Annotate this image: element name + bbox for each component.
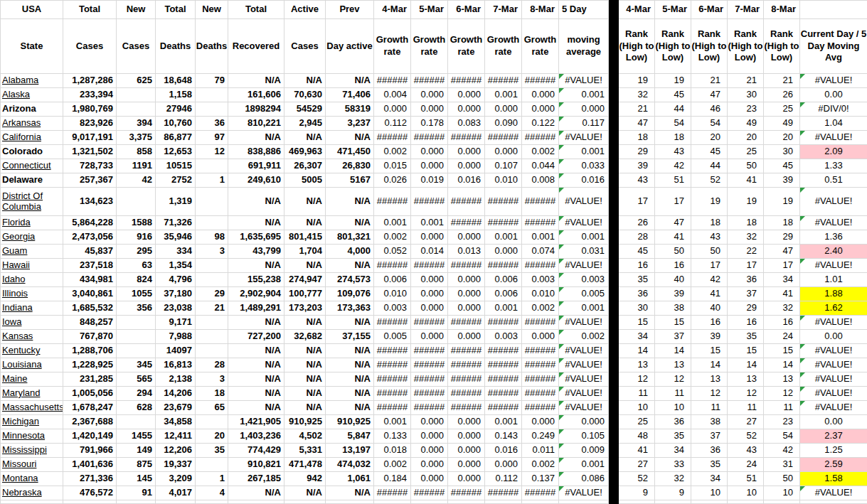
total-deaths-cell: 27946 bbox=[156, 102, 196, 117]
active-cases-cell: N/A bbox=[284, 401, 326, 415]
total-recovered-cell: 1,635,695 bbox=[228, 230, 284, 245]
active-cases-cell: 26,307 bbox=[284, 159, 326, 173]
total-deaths-cell: 3,209 bbox=[156, 472, 196, 486]
total-recovered-cell: N/A bbox=[228, 344, 284, 358]
state-link-cell[interactable]: Montana bbox=[1, 472, 63, 486]
rank-cell: 20 bbox=[728, 131, 764, 145]
error-indicator-icon bbox=[559, 159, 564, 164]
growth-rate-cell: 0.000 bbox=[411, 301, 448, 316]
state-link-cell[interactable]: Louisiana bbox=[1, 358, 63, 372]
state-link-cell[interactable]: District Of Columbia bbox=[1, 188, 63, 216]
total-deaths-cell: 2752 bbox=[156, 173, 196, 188]
growth-rate-cell: ###### bbox=[374, 316, 411, 330]
column-header-top: 7-Mar bbox=[728, 1, 764, 19]
new-deaths-cell: 4 bbox=[196, 486, 228, 500]
empty-cell bbox=[228, 500, 284, 504]
active-cases-cell: N/A bbox=[284, 486, 326, 500]
state-link-cell[interactable]: California bbox=[1, 131, 63, 145]
moving-average-cell: 0.000 bbox=[559, 102, 609, 117]
table-row: Louisiana1,228,92534516,81328N/AN/AN/A##… bbox=[1, 358, 867, 372]
state-link-cell[interactable]: Mississippi bbox=[1, 444, 63, 458]
state-link-cell[interactable]: Idaho bbox=[1, 273, 63, 287]
table-row: California9,017,1913,37586,87797N/AN/AN/… bbox=[1, 131, 867, 145]
column-header: Growth rate bbox=[374, 19, 411, 74]
new-cases-cell: 875 bbox=[117, 458, 156, 472]
column-header: moving average bbox=[559, 19, 609, 74]
error-indicator-icon bbox=[800, 131, 805, 136]
new-cases-cell: 1055 bbox=[117, 287, 156, 301]
growth-rate-cell: ###### bbox=[374, 344, 411, 358]
rank-cell: 39 bbox=[691, 330, 728, 344]
current-vs-avg-cell: #VALUE! bbox=[800, 344, 867, 358]
active-cases-cell: 2,945 bbox=[284, 117, 326, 131]
current-vs-avg-cell: #VALUE! bbox=[800, 216, 867, 230]
moving-average-cell: 0.105 bbox=[559, 429, 609, 444]
growth-rate-cell: 0.002 bbox=[374, 458, 411, 472]
state-link-cell[interactable]: Alaska bbox=[1, 88, 63, 102]
state-link-cell[interactable]: Maryland bbox=[1, 387, 63, 401]
growth-rate-cell: 0.019 bbox=[411, 173, 448, 188]
moving-average-cell: 0.001 bbox=[559, 230, 609, 245]
growth-rate-cell: ###### bbox=[485, 486, 522, 500]
new-deaths-cell: 65 bbox=[196, 401, 228, 415]
rank-cell: 17 bbox=[764, 259, 800, 273]
new-deaths-cell bbox=[196, 344, 228, 358]
state-link-cell[interactable]: Indiana bbox=[1, 301, 63, 316]
growth-rate-cell: 0.002 bbox=[522, 301, 559, 316]
state-link-cell[interactable]: Guam bbox=[1, 245, 63, 259]
state-link-cell[interactable]: Nebraska bbox=[1, 486, 63, 500]
rank-cell: 34 bbox=[655, 444, 691, 458]
growth-rate-cell: ###### bbox=[374, 131, 411, 145]
state-link-cell[interactable]: Arkansas bbox=[1, 117, 63, 131]
state-link-cell[interactable]: Kentucky bbox=[1, 344, 63, 358]
rank-cell: 26 bbox=[619, 216, 655, 230]
growth-rate-cell: ###### bbox=[374, 74, 411, 88]
table-row: Iowa848,2579,171N/AN/AN/A###############… bbox=[1, 316, 867, 330]
state-link-cell[interactable]: Kansas bbox=[1, 330, 63, 344]
column-header: Rank (High to Low) bbox=[728, 19, 764, 74]
covid-state-table: USATotalNewTotalNewTotalActivePrev4-Mar5… bbox=[0, 0, 867, 504]
state-link-cell[interactable]: Illinois bbox=[1, 287, 63, 301]
total-deaths-cell: 86,877 bbox=[156, 131, 196, 145]
active-cases-cell: 469,963 bbox=[284, 145, 326, 159]
rank-cell: 30 bbox=[728, 88, 764, 102]
state-link-cell[interactable]: Alabama bbox=[1, 74, 63, 88]
state-link-cell[interactable]: Iowa bbox=[1, 316, 63, 330]
state-link-cell[interactable]: Missouri bbox=[1, 458, 63, 472]
table-row: Montana271,3361453,2091267,1859421,0610.… bbox=[1, 472, 867, 486]
growth-rate-cell: 0.044 bbox=[522, 159, 559, 173]
prev-day-active-cell: 3,237 bbox=[326, 117, 374, 131]
error-indicator-icon bbox=[800, 188, 805, 193]
error-indicator-icon bbox=[800, 358, 805, 363]
growth-rate-cell: 0.005 bbox=[374, 330, 411, 344]
growth-rate-cell: ###### bbox=[485, 259, 522, 273]
total-recovered-cell: N/A bbox=[228, 259, 284, 273]
growth-rate-cell: 0.002 bbox=[374, 145, 411, 159]
growth-rate-cell: 0.074 bbox=[522, 245, 559, 259]
column-header: Deaths bbox=[196, 19, 228, 74]
growth-rate-cell: ###### bbox=[448, 74, 485, 88]
moving-average-cell: #VALUE! bbox=[559, 259, 609, 273]
state-link-cell[interactable]: Connecticut bbox=[1, 159, 63, 173]
state-link-cell[interactable]: Maine bbox=[1, 372, 63, 387]
state-link-cell[interactable]: Michigan bbox=[1, 415, 63, 429]
growth-rate-cell: 0.000 bbox=[411, 444, 448, 458]
rank-cell: 45 bbox=[655, 88, 691, 102]
new-cases-cell: 858 bbox=[117, 145, 156, 159]
state-link-cell[interactable]: Minnesota bbox=[1, 429, 63, 444]
total-cases-cell: 823,926 bbox=[63, 117, 117, 131]
growth-rate-cell: ###### bbox=[522, 131, 559, 145]
prev-day-active-cell: 173,363 bbox=[326, 301, 374, 316]
prev-day-active-cell: 474,032 bbox=[326, 458, 374, 472]
table-row: Mississippi791,96614912,20635774,4295,33… bbox=[1, 444, 867, 458]
column-header: Cases bbox=[63, 19, 117, 74]
total-deaths-cell: 19,337 bbox=[156, 458, 196, 472]
state-link-cell[interactable]: Hawaii bbox=[1, 259, 63, 273]
prev-day-active-cell: N/A bbox=[326, 216, 374, 230]
state-link-cell[interactable]: Florida bbox=[1, 216, 63, 230]
state-link-cell[interactable]: Georgia bbox=[1, 230, 63, 245]
prev-day-active-cell: 5,847 bbox=[326, 429, 374, 444]
table-row: Maine231,2855652,1383N/AN/AN/A##########… bbox=[1, 372, 867, 387]
state-link-cell[interactable]: Massachusetts bbox=[1, 401, 63, 415]
growth-rate-cell: 0.003 bbox=[374, 301, 411, 316]
